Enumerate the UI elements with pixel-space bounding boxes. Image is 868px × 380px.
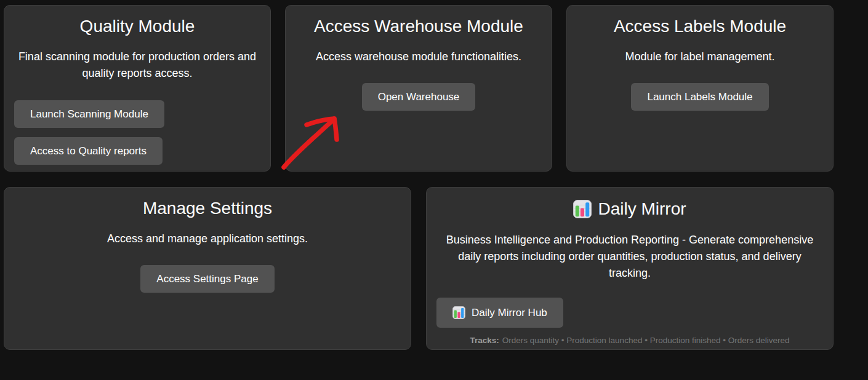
quality-module-title: Quality Module: [14, 18, 260, 35]
card-labels-module: Access Labels Module Module for label ma…: [566, 5, 834, 172]
manage-settings-description: Access and manage application settings.: [14, 231, 401, 247]
quality-module-description: Final scanning module for production ord…: [14, 49, 260, 82]
bar-chart-emoji-icon: [452, 306, 465, 319]
top-card-row: Quality Module Final scanning module for…: [4, 5, 834, 172]
bar-chart-emoji-icon: [573, 200, 592, 218]
labels-module-buttons: Launch Labels Module: [577, 83, 823, 111]
tracks-text: Orders quantity • Production launched • …: [502, 336, 790, 345]
daily-mirror-tracks-line: Tracks:Orders quantity • Production laun…: [436, 336, 823, 345]
open-warehouse-button[interactable]: Open Warehouse: [362, 83, 476, 111]
labels-module-title: Access Labels Module: [577, 18, 823, 35]
daily-mirror-hub-button[interactable]: Daily Mirror Hub: [436, 298, 563, 328]
quality-module-buttons: Launch Scanning Module Access to Quality…: [14, 100, 260, 165]
labels-module-description: Module for label management.: [577, 49, 823, 65]
manage-settings-title: Manage Settings: [14, 200, 401, 217]
access-quality-reports-button[interactable]: Access to Quality reports: [14, 137, 163, 165]
daily-mirror-hub-button-label: Daily Mirror Hub: [472, 307, 547, 318]
tracks-label: Tracks:: [470, 336, 499, 345]
warehouse-module-description: Access warehouse module functionalities.: [295, 49, 542, 65]
daily-mirror-buttons: Daily Mirror Hub: [436, 298, 823, 328]
daily-mirror-title-text: Daily Mirror: [598, 200, 686, 218]
bottom-card-row: Manage Settings Access and manage applic…: [4, 187, 834, 350]
access-settings-page-button[interactable]: Access Settings Page: [140, 265, 274, 293]
warehouse-module-title: Access Warehouse Module: [295, 18, 542, 35]
launch-labels-module-button[interactable]: Launch Labels Module: [631, 83, 768, 111]
card-quality-module: Quality Module Final scanning module for…: [4, 5, 271, 172]
card-daily-mirror: Daily Mirror Business Intelligence and P…: [426, 187, 834, 350]
manage-settings-buttons: Access Settings Page: [14, 265, 401, 293]
daily-mirror-description: Business Intelligence and Production Rep…: [438, 232, 822, 282]
module-dashboard: Quality Module Final scanning module for…: [4, 5, 834, 350]
card-manage-settings: Manage Settings Access and manage applic…: [4, 187, 411, 350]
card-warehouse-module: Access Warehouse Module Access warehouse…: [285, 5, 552, 172]
daily-mirror-title: Daily Mirror: [436, 200, 823, 218]
warehouse-module-buttons: Open Warehouse: [295, 83, 542, 111]
launch-scanning-module-button[interactable]: Launch Scanning Module: [14, 100, 164, 128]
